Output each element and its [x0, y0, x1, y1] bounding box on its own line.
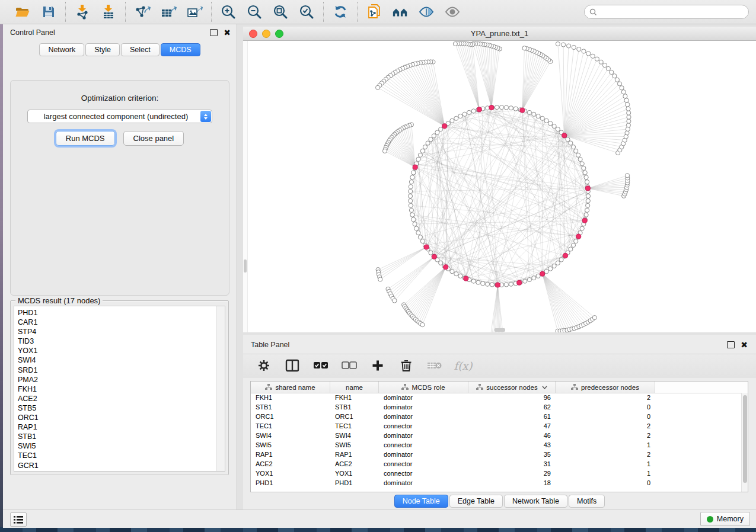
memory-button[interactable]: Memory — [700, 512, 750, 526]
save-session-icon[interactable] — [40, 4, 57, 20]
zoom-fit-icon[interactable] — [272, 4, 289, 20]
table-row[interactable]: YOX1YOX1connector291 — [251, 469, 742, 478]
table-cell: 29 — [468, 470, 556, 477]
mcds-result-item[interactable]: PMA2 — [18, 375, 216, 384]
mcds-result-item[interactable]: SWI4 — [18, 355, 216, 365]
search-box[interactable] — [584, 5, 749, 19]
column-header-name[interactable]: name — [330, 382, 379, 393]
close-panel-button[interactable]: Close panel — [123, 131, 184, 146]
mcds-result-items: PHD1CAR1STP4TID3YOX1SWI4SRD1PMA2FKH1ACE2… — [14, 306, 216, 471]
add-column-icon[interactable] — [370, 358, 385, 373]
tab-edge-table[interactable]: Edge Table — [449, 495, 503, 508]
zoom-in-icon[interactable] — [220, 4, 237, 20]
tab-mcds[interactable]: MCDS — [161, 43, 200, 56]
table-cell: 2 — [556, 432, 655, 439]
task-history-button[interactable] — [10, 512, 27, 527]
mcds-result-item[interactable]: ACE2 — [18, 394, 216, 403]
export-table-icon[interactable] — [160, 4, 177, 20]
dropdown-spinner-icon — [200, 111, 211, 122]
apply-layout-icon[interactable] — [332, 4, 349, 20]
table-row[interactable]: FKH1FKH1dominator962 — [251, 393, 742, 402]
table-scrollbar[interactable] — [741, 393, 748, 492]
session-group — [6, 4, 65, 20]
float-panel-icon[interactable] — [210, 29, 218, 36]
mcds-result-item[interactable]: FKH1 — [18, 384, 216, 394]
table-panel-tabs: Node TableEdge TableNetwork TableMotifs — [243, 495, 756, 508]
table-cell: TEC1 — [330, 422, 379, 430]
node-table-header: shared namenameMCDS rolesuccessor nodesp… — [251, 382, 748, 393]
table-row[interactable]: PHD1PHD1dominator180 — [251, 478, 742, 488]
function-builder-icon[interactable]: f(x) — [455, 358, 471, 373]
table-cell: 2 — [556, 422, 655, 430]
column-header-predecessor-nodes[interactable]: predecessor nodes — [556, 382, 655, 393]
hide-selected-icon[interactable] — [418, 4, 435, 20]
mcds-result-item[interactable]: CAR1 — [18, 318, 216, 327]
show-all-icon[interactable] — [444, 4, 461, 20]
first-neighbors-icon[interactable] — [392, 4, 409, 20]
deselect-all-checkboxes-icon[interactable] — [342, 358, 357, 373]
close-table-panel-icon[interactable]: ✖ — [741, 342, 748, 348]
network-horizontal-scrollbar-thumb[interactable] — [495, 328, 505, 332]
run-mcds-button[interactable]: Run MCDS — [56, 131, 115, 146]
float-table-panel-icon[interactable] — [727, 341, 735, 348]
tab-network-table[interactable]: Network Table — [504, 495, 567, 508]
mcds-result-item[interactable]: SRD1 — [18, 366, 216, 375]
mcds-result-item[interactable]: STB1 — [18, 432, 216, 441]
import-table-icon[interactable] — [100, 4, 117, 20]
tab-node-table[interactable]: Node Table — [394, 495, 448, 508]
table-scrollbar-thumb[interactable] — [743, 395, 747, 483]
search-icon — [589, 8, 597, 16]
criterion-dropdown[interactable]: largest connected component (undirected) — [27, 110, 212, 123]
tab-style[interactable]: Style — [85, 43, 120, 56]
table-row[interactable]: RAP1RAP1dominator352 — [251, 450, 742, 459]
show-column-panel-icon[interactable] — [285, 358, 300, 373]
table-row[interactable]: SWI4SWI4dominator462 — [251, 431, 742, 440]
new-network-from-selection-icon[interactable] — [366, 4, 382, 20]
export-image-icon[interactable] — [186, 4, 203, 20]
open-session-icon[interactable] — [14, 4, 31, 20]
table-settings-icon[interactable] — [256, 358, 272, 373]
table-row[interactable]: TEC1TEC1connector472 — [251, 421, 742, 431]
export-network-icon[interactable] — [134, 4, 151, 20]
mcds-result-item[interactable]: TID3 — [18, 336, 216, 346]
tab-network[interactable]: Network — [39, 43, 84, 56]
table-cell: 35 — [468, 451, 556, 458]
table-row[interactable]: SWI5SWI5connector431 — [251, 440, 742, 450]
close-panel-icon[interactable]: ✖ — [224, 30, 231, 36]
mcds-result-item[interactable]: STP4 — [18, 327, 216, 336]
table-cell: 62 — [468, 403, 556, 411]
table-row[interactable]: ORC1ORC1dominator610 — [251, 412, 742, 421]
mcds-result-item[interactable]: STB5 — [18, 403, 216, 413]
table-cell: SWI4 — [251, 432, 330, 439]
mcds-result-item[interactable]: RAP1 — [18, 422, 216, 432]
table-row[interactable]: ACE2ACE2connector311 — [251, 459, 742, 469]
table-cell: connector — [379, 470, 468, 477]
delete-table-icon[interactable] — [427, 358, 442, 373]
table-cell: 1 — [556, 441, 655, 448]
column-header-MCDS-role[interactable]: MCDS role — [379, 382, 468, 393]
table-row[interactable]: STB1STB1dominator620 — [251, 402, 742, 412]
mcds-result-scrollbar[interactable] — [216, 306, 225, 471]
mcds-result-item[interactable]: ORC1 — [18, 413, 216, 422]
network-vertical-scrollbar[interactable] — [243, 41, 248, 332]
zoom-out-icon[interactable] — [246, 4, 263, 20]
select-all-checkboxes-icon[interactable] — [313, 358, 328, 373]
tab-motifs[interactable]: Motifs — [569, 495, 605, 508]
mcds-result-item[interactable]: SWI5 — [18, 441, 216, 451]
table-cell: dominator — [379, 451, 468, 458]
import-network-icon[interactable] — [74, 4, 91, 20]
mcds-result-item[interactable]: YOX1 — [18, 346, 216, 355]
control-panel-tabs: NetworkStyleSelectMCDS — [3, 43, 237, 56]
delete-column-icon[interactable] — [398, 358, 414, 373]
tab-select[interactable]: Select — [121, 43, 160, 56]
mcds-result-item[interactable]: GCR1 — [18, 461, 216, 470]
network-canvas[interactable] — [243, 41, 756, 332]
mcds-result-item[interactable]: PHD1 — [18, 308, 216, 318]
zoom-selected-icon[interactable] — [298, 4, 315, 20]
network-window-titlebar[interactable]: YPA_prune.txt_1 — [243, 27, 756, 41]
mcds-result-item[interactable]: TEC1 — [18, 451, 216, 460]
table-cell: FKH1 — [251, 394, 330, 401]
column-header-shared-name[interactable]: shared name — [251, 382, 330, 393]
column-header-successor-nodes[interactable]: successor nodes — [468, 382, 556, 393]
search-input[interactable] — [600, 7, 744, 17]
